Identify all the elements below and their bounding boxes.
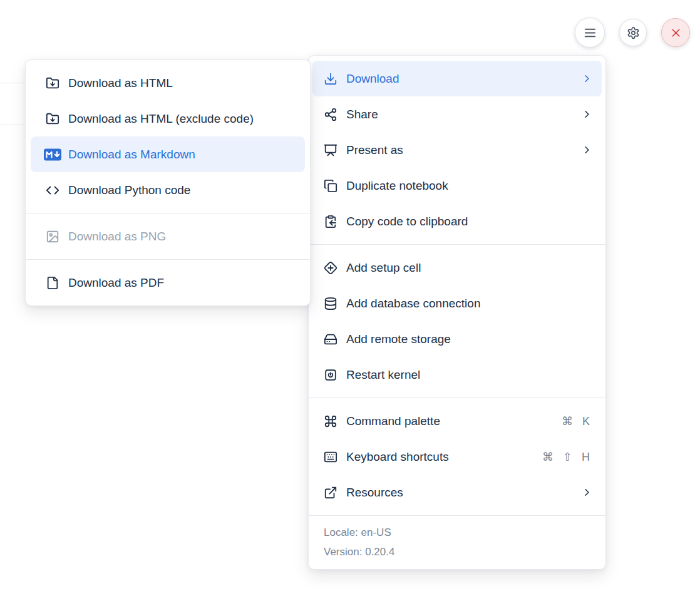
version-text: Version: 0.20.4 [324,542,590,562]
code-icon [43,183,62,197]
hamburger-icon [583,26,597,40]
menu-item-label: Download [346,72,575,86]
menu-item-label: Download as Markdown [68,148,294,162]
menu-item-label: Add setup cell [346,261,593,275]
copy-icon [321,179,340,193]
external-link-icon [321,486,340,500]
gear-icon [627,26,640,39]
close-icon [669,26,682,39]
menu-item-download-as-html-exclude-code[interactable]: Download as HTML (exclude code) [26,101,310,136]
submenu-group-pdf: Download as PDF [26,260,310,305]
power-square-icon [321,368,340,382]
submenu-group-documents: Download as HTML Download as HTML (exclu… [26,60,310,213]
menu-item-add-remote-storage[interactable]: Add remote storage [309,321,605,357]
menu-item-label: Keyboard shortcuts [346,450,536,464]
menu-item-add-setup-cell[interactable]: Add setup cell [309,250,605,285]
menu-item-label: Present as [346,143,575,157]
background-divider [0,125,26,125]
submenu-group-png: Download as PNG [26,213,310,259]
download-icon [321,72,340,86]
menu-item-resources[interactable]: Resources [309,475,605,510]
chevron-right-icon [581,108,593,120]
menu-item-add-database-connection[interactable]: Add database connection [309,285,605,321]
file-icon [43,276,62,290]
menu-item-download-python-code[interactable]: Download Python code [26,172,310,208]
menu-item-download-as-html[interactable]: Download as HTML [26,65,310,101]
image-icon [43,230,62,244]
menu-item-download-as-png[interactable]: Download as PNG [26,218,310,254]
menu-group-notebook: Download Share Present as [309,56,605,244]
menu-item-present-as[interactable]: Present as [309,132,605,168]
folder-down-icon [43,76,62,90]
presentation-icon [321,143,340,157]
shortcut-command-k: ⌘ K [562,414,593,428]
folder-down-icon [43,112,62,126]
menu-item-download-as-pdf[interactable]: Download as PDF [26,265,310,300]
notebook-menu: Download Share Present as [308,55,606,570]
clipboard-copy-icon [321,215,340,228]
command-icon [321,414,340,428]
chevron-right-icon [581,144,593,156]
menu-item-label: Download Python code [68,183,299,197]
menu-button[interactable] [575,18,605,48]
menu-item-label: Copy code to clipboard [346,215,593,228]
menu-group-help: Command palette ⌘ K Keyboard shortcuts ⌘… [309,398,605,515]
menu-group-cells: Add setup cell Add database connection A… [309,245,605,398]
menu-item-label: Resources [346,486,575,500]
background-divider [0,83,26,83]
settings-button[interactable] [619,19,647,46]
shortcut-command-shift-h: ⌘ ⇧ H [542,450,593,464]
menu-item-copy-code[interactable]: Copy code to clipboard [309,203,605,239]
menu-item-duplicate-notebook[interactable]: Duplicate notebook [309,168,605,203]
menu-item-label: Share [346,108,575,121]
keyboard-icon [321,450,340,464]
menu-item-label: Add database connection [346,297,593,311]
menu-item-download-as-markdown[interactable]: Download as Markdown [31,136,305,172]
share-icon [321,108,340,121]
markdown-icon [43,148,62,162]
download-submenu: Download as HTML Download as HTML (exclu… [25,59,311,306]
database-icon [321,297,340,311]
menu-item-command-palette[interactable]: Command palette ⌘ K [309,403,605,439]
menu-item-label: Add remote storage [346,332,593,346]
menu-item-label: Download as HTML [68,76,299,90]
menu-item-share[interactable]: Share [309,96,605,132]
hard-drive-icon [321,332,340,346]
menu-item-download[interactable]: Download [312,61,602,96]
chevron-right-icon [581,73,593,85]
chevron-right-icon [581,486,593,498]
menu-footer: Locale: en-US Version: 0.20.4 [309,515,605,569]
menu-item-restart-kernel[interactable]: Restart kernel [309,357,605,393]
menu-item-label: Download as HTML (exclude code) [68,112,299,126]
close-button[interactable] [661,18,690,47]
menu-item-keyboard-shortcuts[interactable]: Keyboard shortcuts ⌘ ⇧ H [309,439,605,475]
menu-item-label: Restart kernel [346,368,593,382]
menu-item-label: Download as PNG [68,230,299,244]
menu-item-label: Command palette [346,414,555,428]
diamond-plus-icon [321,261,340,275]
menu-item-label: Duplicate notebook [346,179,593,193]
locale-text: Locale: en-US [324,523,590,542]
menu-item-label: Download as PDF [68,276,299,290]
